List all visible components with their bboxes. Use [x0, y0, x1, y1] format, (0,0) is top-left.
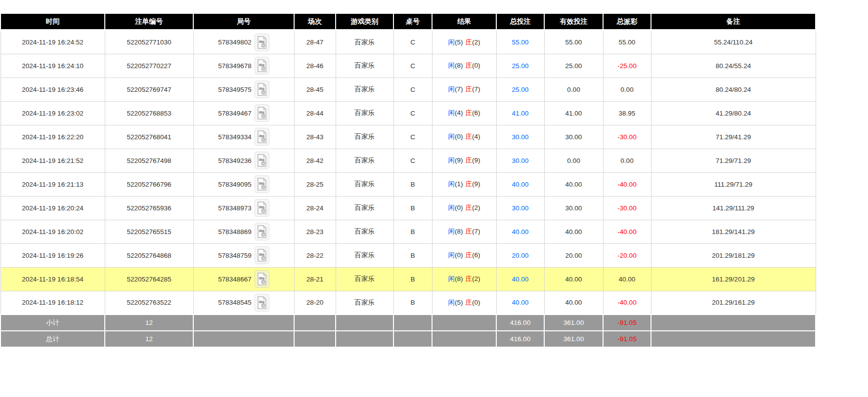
result-banker-label: 庄 — [466, 180, 473, 188]
total-bet-link[interactable]: 30.00 — [512, 204, 529, 212]
cell-remark: 41.29/80.24 — [651, 101, 816, 125]
cell-bet-no: 522052768853 — [105, 101, 193, 125]
video-replay-button[interactable] — [255, 34, 269, 51]
cell-payout: -40.00 — [603, 291, 651, 315]
footer-valid-bet: 361.00 — [544, 331, 603, 347]
cell-round-no: 578349334 — [193, 125, 294, 149]
footer-empty-cell — [193, 315, 294, 331]
footer-payout: -91.05 — [603, 331, 651, 347]
table-row[interactable]: 2024-11-19 16:20:02522052765515578348869… — [0, 220, 816, 243]
cell-remark: 71.29/41.29 — [651, 125, 816, 149]
cell-bet-no: 522052767498 — [105, 149, 193, 172]
cell-result: 闲(7)庄(7) — [432, 78, 496, 101]
cell-session: 28-22 — [294, 243, 336, 267]
bet-history-table: 时间注单编号局号场次游戏类别桌号结果总投注有效投注总派彩备注 2024-11-1… — [0, 14, 816, 348]
result-banker-score: (2) — [472, 275, 480, 282]
result-banker-label: 庄 — [466, 62, 473, 69]
cell-payout: 38.95 — [603, 101, 651, 125]
round-number: 578348667 — [218, 276, 252, 283]
video-replay-button[interactable] — [255, 175, 269, 193]
total-bet-link[interactable]: 40.00 — [512, 228, 529, 236]
footer-remark — [651, 331, 816, 347]
cell-total-bet: 30.00 — [496, 149, 544, 172]
cell-payout: -30.00 — [603, 196, 651, 220]
table-row[interactable]: 2024-11-19 16:20:24522052765936578348973… — [0, 196, 816, 220]
round-number: 578349678 — [218, 62, 252, 70]
table-row[interactable]: 2024-11-19 16:19:26522052764868578348759… — [0, 243, 816, 267]
total-bet-link[interactable]: 30.00 — [512, 157, 529, 164]
table-body: 2024-11-19 16:24:52522052771030578349802… — [0, 30, 816, 315]
video-replay-button[interactable] — [255, 128, 269, 146]
total-bet-link[interactable]: 25.00 — [512, 62, 529, 70]
result-banker-score: (4) — [472, 133, 480, 140]
total-bet-link[interactable]: 20.00 — [512, 252, 529, 259]
total-bet-link[interactable]: 30.00 — [512, 133, 529, 141]
total-bet-link[interactable]: 55.00 — [512, 39, 529, 46]
result-player-label: 闲 — [448, 39, 455, 46]
cell-session: 28-47 — [294, 30, 336, 54]
result-player-label: 闲 — [448, 85, 455, 93]
video-replay-icon — [257, 249, 267, 262]
total-bet-link[interactable]: 41.00 — [512, 110, 529, 117]
result-banker-score: (6) — [472, 109, 480, 117]
table-row-highlighted[interactable]: 2024-11-19 16:18:54522052764285578348667… — [0, 267, 816, 291]
cell-session: 28-24 — [294, 196, 336, 220]
table-row[interactable]: 2024-11-19 16:21:13522052766796578349095… — [0, 172, 816, 196]
video-replay-icon — [257, 83, 267, 96]
cell-game-type: 百家乐 — [336, 30, 393, 54]
cell-time: 2024-11-19 16:21:13 — [0, 172, 105, 196]
cell-session: 28-20 — [294, 291, 336, 315]
video-replay-button[interactable] — [255, 294, 269, 312]
table-row[interactable]: 2024-11-19 16:24:10522052770227578349678… — [0, 54, 816, 78]
cell-total-bet: 41.00 — [496, 101, 544, 125]
cell-result: 闲(9)庄(9) — [432, 149, 496, 172]
cell-remark: 161.29/201.29 — [651, 267, 816, 291]
table-row[interactable]: 2024-11-19 16:23:46522052769747578349575… — [0, 78, 816, 101]
table-row[interactable]: 2024-11-19 16:18:12522052763522578348545… — [0, 291, 816, 315]
table-row[interactable]: 2024-11-19 16:22:20522052768041578349334… — [0, 125, 816, 149]
cell-time: 2024-11-19 16:24:10 — [0, 54, 105, 78]
video-replay-button[interactable] — [255, 104, 269, 122]
video-replay-button[interactable] — [255, 246, 269, 264]
video-replay-button[interactable] — [255, 57, 269, 75]
table-row[interactable]: 2024-11-19 16:24:52522052771030578349802… — [0, 30, 816, 54]
cell-table-no: B — [393, 172, 432, 196]
cell-time: 2024-11-19 16:20:02 — [0, 220, 105, 243]
result-player-label: 闲 — [448, 133, 455, 140]
result-banker-label: 庄 — [466, 133, 473, 140]
footer-remark — [651, 315, 816, 331]
cell-total-bet: 30.00 — [496, 196, 544, 220]
result-player-score: (1) — [455, 180, 463, 188]
cell-session: 28-25 — [294, 172, 336, 196]
cell-table-no: B — [393, 196, 432, 220]
total-bet-link[interactable]: 40.00 — [512, 276, 529, 283]
col-header-valid_bet: 有效投注 — [544, 14, 603, 30]
result-player-label: 闲 — [448, 299, 455, 306]
video-replay-button[interactable] — [255, 80, 269, 98]
result-banker-label: 庄 — [466, 157, 473, 164]
cell-bet-no: 522052770227 — [105, 54, 193, 78]
table-row[interactable]: 2024-11-19 16:21:52522052767498578349236… — [0, 149, 816, 172]
cell-remark: 141.29/111.29 — [651, 196, 816, 220]
cell-valid-bet: 40.00 — [544, 267, 603, 291]
video-replay-button[interactable] — [255, 152, 269, 169]
round-number: 578349575 — [218, 86, 252, 93]
cell-payout: -40.00 — [603, 220, 651, 243]
cell-payout: 40.00 — [603, 267, 651, 291]
total-bet-link[interactable]: 40.00 — [512, 299, 529, 306]
cell-game-type: 百家乐 — [336, 267, 393, 291]
total-bet-link[interactable]: 25.00 — [512, 86, 529, 93]
cell-session: 28-43 — [294, 125, 336, 149]
result-banker-label: 庄 — [466, 275, 473, 282]
video-replay-button[interactable] — [255, 223, 269, 240]
cell-round-no: 578348869 — [193, 220, 294, 243]
total-bet-link[interactable]: 40.00 — [512, 181, 529, 188]
cell-game-type: 百家乐 — [336, 172, 393, 196]
video-replay-button[interactable] — [255, 199, 269, 217]
round-number: 578348869 — [218, 228, 252, 236]
result-player-score: (5) — [455, 39, 463, 46]
table-row[interactable]: 2024-11-19 16:23:02522052768853578349467… — [0, 101, 816, 125]
video-replay-button[interactable] — [255, 270, 269, 288]
cell-round-no: 578348545 — [193, 291, 294, 315]
round-number: 578348545 — [218, 299, 252, 306]
